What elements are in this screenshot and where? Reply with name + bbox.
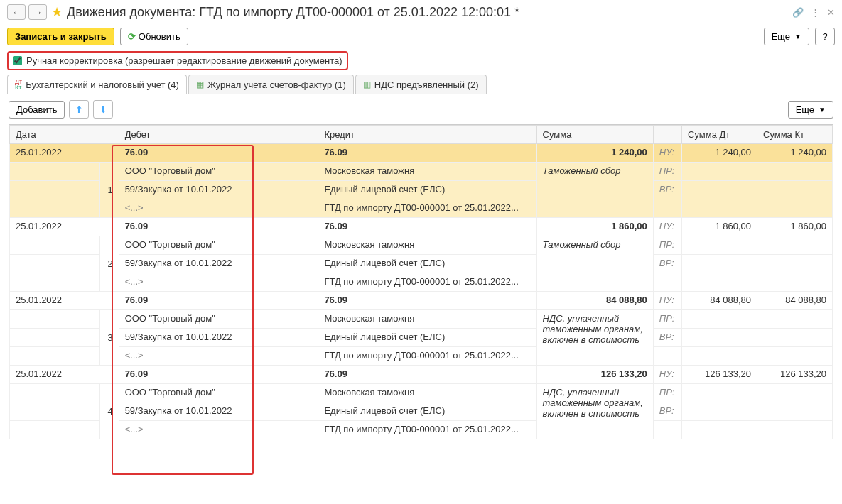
- help-button[interactable]: ?: [815, 28, 835, 45]
- cell-date: 25.01.2022: [10, 218, 119, 236]
- table-row[interactable]: 2ООО "Торговый дом"Московская таможняТам…: [10, 236, 833, 255]
- cell-credit-account: 76.09: [318, 144, 536, 163]
- col-credit[interactable]: Кредит: [318, 126, 536, 144]
- move-down-button[interactable]: ⬇: [93, 100, 113, 119]
- cell-sum: 1 240,00: [536, 144, 653, 163]
- refresh-button[interactable]: ⟳ Обновить: [120, 28, 188, 45]
- cell-sumkt: 84 088,80: [757, 292, 833, 310]
- tab-vat[interactable]: ▥ НДС предъявленный (2): [355, 75, 487, 94]
- nav-forward-button[interactable]: →: [28, 4, 47, 20]
- table-more-button[interactable]: Еще▼: [788, 101, 833, 119]
- table-row[interactable]: 1ООО "Торговый дом"Московская таможняТам…: [10, 163, 833, 181]
- cell-credit-subconto1: Московская таможня: [318, 163, 536, 181]
- col-sum[interactable]: Сумма: [536, 126, 653, 144]
- table-row[interactable]: <...>ГТД по импорту ДТ00-000001 от 25.01…: [10, 347, 833, 366]
- cell-vr-label: ВР:: [653, 181, 681, 199]
- cell-debit-subconto1: ООО "Торговый дом": [119, 163, 318, 181]
- cell-row-number: 1: [100, 163, 119, 218]
- cell-sum: 1 860,00: [536, 218, 653, 236]
- cell-debit-subconto2: 59/Закупка от 10.01.2022: [119, 402, 318, 421]
- table-row[interactable]: 59/Закупка от 10.01.2022Единый лицевой с…: [10, 181, 833, 199]
- cell-debit-subconto2: 59/Закупка от 10.01.2022: [119, 329, 318, 347]
- cell-date: 25.01.2022: [10, 144, 119, 163]
- cell-credit-subconto3: ГТД по импорту ДТ00-000001 от 25.01.2022…: [318, 199, 536, 218]
- more-button[interactable]: Еще▼: [764, 28, 809, 45]
- table-row[interactable]: <...>ГТД по импорту ДТ00-000001 от 25.01…: [10, 421, 833, 439]
- cell-credit-subconto2: Единый лицевой счет (ЕЛС): [318, 329, 536, 347]
- col-sumdt[interactable]: Сумма Дт: [682, 126, 757, 144]
- move-up-button[interactable]: ⬆: [69, 100, 89, 119]
- table-row[interactable]: 59/Закупка от 10.01.2022Единый лицевой с…: [10, 402, 833, 421]
- cell-debit-account: 76.09: [119, 144, 318, 163]
- table-row[interactable]: 25.01.202276.0976.091 240,00НУ:1 240,001…: [10, 144, 833, 163]
- favorite-star-icon[interactable]: ★: [51, 4, 63, 20]
- add-button[interactable]: Добавить: [9, 101, 65, 119]
- cell-credit-subconto1: Московская таможня: [318, 236, 536, 255]
- cell-credit-account: 76.09: [318, 292, 536, 310]
- debit-credit-icon: ДтКт: [15, 79, 22, 90]
- nav-back-button[interactable]: ←: [7, 4, 26, 20]
- cell-sumdt: 126 133,20: [682, 366, 757, 384]
- col-debit[interactable]: Дебет: [119, 126, 318, 144]
- cell-vr-label: ВР:: [653, 402, 681, 421]
- cell-nu-label: НУ:: [653, 292, 681, 310]
- cell-debit-account: 76.09: [119, 366, 318, 384]
- cell-debit-subconto2: 59/Закупка от 10.01.2022: [119, 181, 318, 199]
- cell-sum-note: НДС, уплаченный таможенным органам, вклю…: [536, 310, 653, 366]
- cell-debit-subconto1: ООО "Торговый дом": [119, 384, 318, 402]
- table-row[interactable]: 59/Закупка от 10.01.2022Единый лицевой с…: [10, 255, 833, 273]
- cell-nu-label: НУ:: [653, 218, 681, 236]
- save-and-close-button[interactable]: Записать и закрыть: [7, 28, 114, 45]
- link-icon[interactable]: 🔗: [792, 7, 804, 18]
- manual-correction-label: Ручная корректировка (разрешает редактир…: [26, 55, 342, 66]
- document-icon: ▥: [363, 80, 371, 89]
- cell-credit-subconto3: ГТД по импорту ДТ00-000001 от 25.01.2022…: [318, 347, 536, 366]
- cell-debit-account: 76.09: [119, 218, 318, 236]
- table-row[interactable]: <...>ГТД по импорту ДТ00-000001 от 25.01…: [10, 273, 833, 292]
- refresh-icon: ⟳: [128, 31, 136, 42]
- cell-pr-label: ПР:: [653, 384, 681, 402]
- arrow-down-icon: ⬇: [99, 104, 107, 115]
- cell-sumkt: 126 133,20: [757, 366, 833, 384]
- col-lbl: [653, 126, 681, 144]
- cell-sum-note: Таможенный сбор: [536, 236, 653, 292]
- cell-credit-subconto1: Московская таможня: [318, 384, 536, 402]
- kebab-menu-icon[interactable]: ⋮: [811, 7, 820, 18]
- cell-credit-subconto1: Московская таможня: [318, 310, 536, 329]
- cell-sumdt: 84 088,80: [682, 292, 757, 310]
- cell-pr-label: ПР:: [653, 163, 681, 181]
- table-row[interactable]: 25.01.202276.0976.091 860,00НУ:1 860,001…: [10, 218, 833, 236]
- close-icon[interactable]: ✕: [827, 7, 835, 18]
- movements-table[interactable]: Дата Дебет Кредит Сумма Сумма Дт Сумма К…: [9, 125, 833, 439]
- cell-vr-label: ВР:: [653, 329, 681, 347]
- cell-debit-subconto2: 59/Закупка от 10.01.2022: [119, 255, 318, 273]
- cell-debit-subconto3: <...>: [119, 273, 318, 292]
- table-row[interactable]: 4ООО "Торговый дом"Московская таможняНДС…: [10, 384, 833, 402]
- cell-nu-label: НУ:: [653, 366, 681, 384]
- manual-correction-checkbox-row[interactable]: Ручная корректировка (разрешает редактир…: [7, 51, 348, 70]
- table-row[interactable]: 3ООО "Торговый дом"Московская таможняНДС…: [10, 310, 833, 329]
- cell-debit-subconto3: <...>: [119, 347, 318, 366]
- cell-sumdt: 1 240,00: [682, 144, 757, 163]
- cell-debit-subconto3: <...>: [119, 199, 318, 218]
- tab-invoice-journal[interactable]: ▦ Журнал учета счетов-фактур (1): [188, 75, 354, 94]
- cell-sum: 84 088,80: [536, 292, 653, 310]
- cell-sumdt: 1 860,00: [682, 218, 757, 236]
- cell-debit-account: 76.09: [119, 292, 318, 310]
- col-date[interactable]: Дата: [10, 126, 119, 144]
- cell-debit-subconto1: ООО "Торговый дом": [119, 310, 318, 329]
- table-row[interactable]: 25.01.202276.0976.09126 133,20НУ:126 133…: [10, 366, 833, 384]
- cell-credit-subconto2: Единый лицевой счет (ЕЛС): [318, 181, 536, 199]
- manual-correction-checkbox[interactable]: [13, 56, 22, 65]
- table-row[interactable]: 59/Закупка от 10.01.2022Единый лицевой с…: [10, 329, 833, 347]
- table-row[interactable]: <...>ГТД по импорту ДТ00-000001 от 25.01…: [10, 199, 833, 218]
- cell-sumkt: 1 860,00: [757, 218, 833, 236]
- cell-credit-subconto3: ГТД по импорту ДТ00-000001 от 25.01.2022…: [318, 421, 536, 439]
- cell-credit-subconto2: Единый лицевой счет (ЕЛС): [318, 402, 536, 421]
- col-sumkt[interactable]: Сумма Кт: [757, 126, 833, 144]
- cell-vr-label: ВР:: [653, 255, 681, 273]
- cell-pr-label: ПР:: [653, 310, 681, 329]
- table-row[interactable]: 25.01.202276.0976.0984 088,80НУ:84 088,8…: [10, 292, 833, 310]
- tab-accounting[interactable]: ДтКт Бухгалтерский и налоговый учет (4): [7, 75, 187, 94]
- movements-table-container: Дата Дебет Кредит Сумма Сумма Дт Сумма К…: [9, 124, 833, 495]
